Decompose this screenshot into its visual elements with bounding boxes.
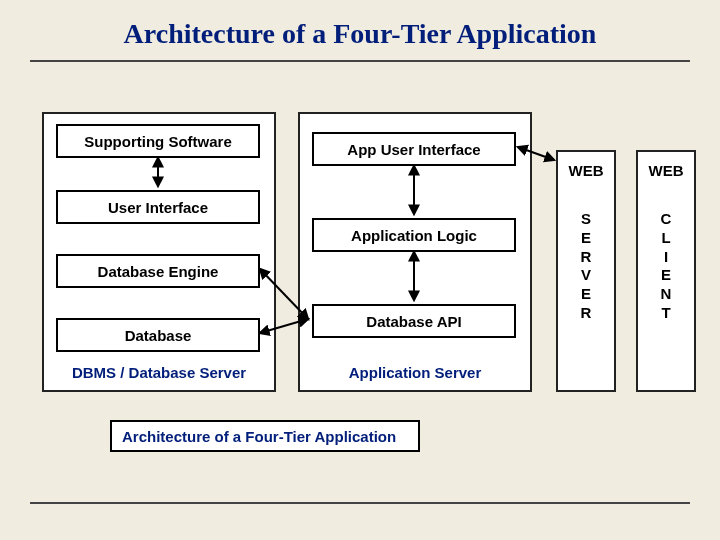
page-title: Architecture of a Four-Tier Application	[0, 18, 720, 50]
web-client-panel: WEB CLIENT	[636, 150, 696, 392]
web-client-heading: WEB	[638, 162, 694, 181]
web-server-heading: WEB	[558, 162, 614, 181]
box-user-interface: User Interface	[56, 190, 260, 224]
app-panel: App User Interface Application Logic Dat…	[298, 112, 532, 392]
box-app-logic: Application Logic	[312, 218, 516, 252]
dbms-panel: Supporting Software User Interface Datab…	[42, 112, 276, 392]
box-database: Database	[56, 318, 260, 352]
app-tier-label: Application Server	[300, 364, 530, 381]
divider-top	[30, 60, 690, 62]
divider-bottom	[30, 502, 690, 504]
web-client-vertical: CLIENT	[638, 210, 694, 323]
dbms-tier-label: DBMS / Database Server	[44, 364, 274, 381]
box-app-ui: App User Interface	[312, 132, 516, 166]
caption-box: Architecture of a Four-Tier Application	[110, 420, 420, 452]
box-database-engine: Database Engine	[56, 254, 260, 288]
box-supporting-software: Supporting Software	[56, 124, 260, 158]
web-server-vertical: SERVER	[558, 210, 614, 323]
web-server-panel: WEB SERVER	[556, 150, 616, 392]
box-db-api: Database API	[312, 304, 516, 338]
